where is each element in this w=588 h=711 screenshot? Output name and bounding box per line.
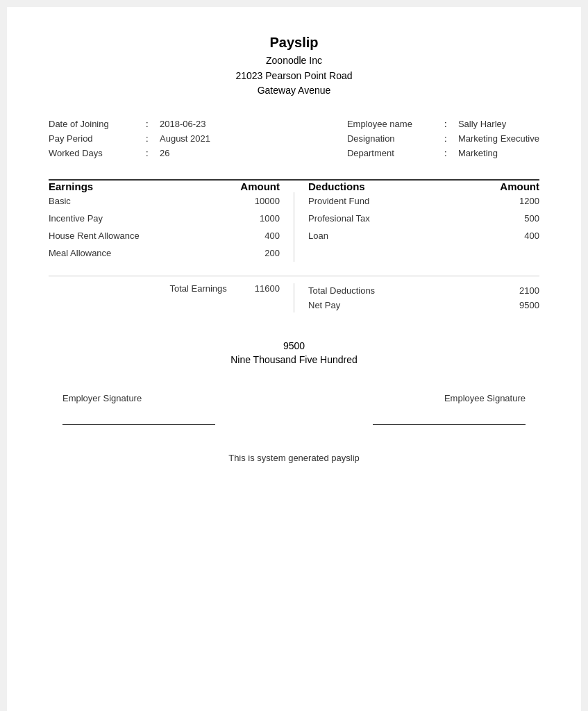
worked-days-value: 26 — [160, 148, 169, 158]
deductions-header-block: Deductions Amount — [294, 181, 539, 192]
incentive-label: Incentive Pay — [49, 213, 103, 224]
date-of-joining-value: 2018-06-23 — [160, 119, 206, 129]
designation-row: Designation : Marketing Executive — [347, 133, 539, 144]
earnings-row-hra: House Rent Allowance 400 — [49, 227, 280, 244]
pf-label: Provident Fund — [308, 196, 369, 206]
total-deductions-label: Total Deductions — [308, 285, 375, 296]
payslip-document: Payslip Zoonodle Inc 21023 Pearson Point… — [7, 7, 581, 711]
pay-period-label: Pay Period — [49, 133, 146, 144]
earnings-row-basic: Basic 10000 — [49, 192, 280, 210]
footer-text: This is system generated payslip — [228, 453, 360, 463]
department-label: Department — [347, 148, 444, 158]
net-pay-amount: 9500 — [519, 300, 539, 310]
employee-name-row: Employee name : Sally Harley — [347, 119, 539, 129]
incentive-amount: 1000 — [260, 213, 280, 224]
colon1: : — [146, 119, 160, 129]
info-right-column: Employee name : Sally Harley Designation… — [347, 119, 539, 158]
table-headers: Earnings Amount Deductions Amount — [49, 181, 539, 192]
employee-info-section: Date of Joining : 2018-06-23 Pay Period … — [49, 119, 539, 158]
deductions-amount-header: Amount — [500, 181, 539, 192]
earnings-row-incentive: Incentive Pay 1000 — [49, 210, 280, 227]
colon2: : — [146, 133, 160, 144]
colon3: : — [146, 148, 160, 158]
pay-period-row: Pay Period : August 2021 — [49, 133, 210, 144]
salary-table: Earnings Amount Deductions Amount Basic … — [49, 179, 539, 312]
net-pay-label: Net Pay — [308, 300, 340, 310]
payslip-footer: This is system generated payslip — [49, 453, 539, 463]
designation-label: Designation — [347, 133, 444, 144]
earnings-items: Basic 10000 Incentive Pay 1000 House Ren… — [49, 192, 294, 262]
totals-section: Total Earnings 11600 Total Deductions 21… — [49, 276, 539, 312]
payslip-header: Payslip Zoonodle Inc 21023 Pearson Point… — [49, 35, 539, 98]
date-of-joining-row: Date of Joining : 2018-06-23 — [49, 119, 210, 129]
address-line1: 21023 Pearson Point Road — [235, 70, 352, 81]
payslip-title: Payslip — [49, 35, 539, 51]
net-pay-number: 9500 — [49, 340, 539, 351]
department-row: Department : Marketing — [347, 148, 539, 158]
deductions-row-pt: Profesional Tax 500 — [308, 210, 539, 227]
employee-signature-block: Employee Signature — [373, 393, 526, 425]
department-value: Marketing — [458, 148, 498, 158]
pay-period-value: August 2021 — [160, 133, 210, 144]
employer-signature-line — [62, 424, 215, 425]
employer-signature-block: Employer Signature — [62, 393, 215, 425]
total-deductions-amount: 2100 — [519, 285, 539, 296]
pt-amount: 500 — [524, 213, 539, 224]
loan-amount: 400 — [524, 231, 539, 241]
hra-amount: 400 — [264, 231, 280, 241]
company-address: 21023 Pearson Point Road Gateway Avenue — [49, 69, 539, 98]
employee-name-value: Sally Harley — [458, 119, 506, 129]
earnings-row-meal: Meal Allowance 200 — [49, 244, 280, 262]
colon4: : — [444, 119, 458, 129]
employee-name-label: Employee name — [347, 119, 444, 129]
pt-label: Profesional Tax — [308, 213, 370, 224]
deductions-items: Provident Fund 1200 Profesional Tax 500 … — [294, 192, 539, 262]
total-deductions-row: Total Deductions 2100 — [308, 283, 539, 298]
deductions-row-pf: Provident Fund 1200 — [308, 192, 539, 210]
hra-label: House Rent Allowance — [49, 231, 140, 241]
pf-amount: 1200 — [519, 196, 539, 206]
worked-days-label: Worked Days — [49, 148, 146, 158]
net-pay-summary: 9500 Nine Thousand Five Hundred — [49, 340, 539, 365]
info-left-column: Date of Joining : 2018-06-23 Pay Period … — [49, 119, 210, 158]
meal-label: Meal Allowance — [49, 248, 111, 258]
deductions-total-block: Total Deductions 2100 Net Pay 9500 — [294, 283, 539, 312]
earnings-total-row: Total Earnings 11600 — [49, 283, 294, 312]
earnings-amount-header: Amount — [240, 181, 280, 192]
basic-label: Basic — [49, 196, 71, 206]
company-name: Zoonodle Inc — [49, 55, 539, 66]
meal-amount: 200 — [264, 248, 280, 258]
loan-label: Loan — [308, 231, 328, 241]
colon5: : — [444, 133, 458, 144]
designation-value: Marketing Executive — [458, 133, 539, 144]
basic-amount: 10000 — [255, 196, 280, 206]
employee-signature-line — [373, 424, 526, 425]
earnings-header-block: Earnings Amount — [49, 181, 294, 192]
total-earnings-label: Total Earnings — [169, 283, 226, 312]
deductions-col-header: Deductions — [308, 181, 365, 192]
colon6: : — [444, 148, 458, 158]
worked-days-row: Worked Days : 26 — [49, 148, 210, 158]
signature-section: Employer Signature Employee Signature — [49, 393, 539, 425]
address-line2: Gateway Avenue — [258, 85, 331, 96]
net-pay-row: Net Pay 9500 — [308, 298, 539, 312]
employee-signature-label: Employee Signature — [444, 393, 526, 403]
total-earnings-amount: 11600 — [255, 283, 280, 312]
employer-signature-label: Employer Signature — [62, 393, 142, 403]
net-pay-words: Nine Thousand Five Hundred — [49, 354, 539, 365]
date-of-joining-label: Date of Joining — [49, 119, 146, 129]
table-body: Basic 10000 Incentive Pay 1000 House Ren… — [49, 192, 539, 262]
deductions-row-loan: Loan 400 — [308, 227, 539, 244]
earnings-col-header: Earnings — [49, 181, 93, 192]
